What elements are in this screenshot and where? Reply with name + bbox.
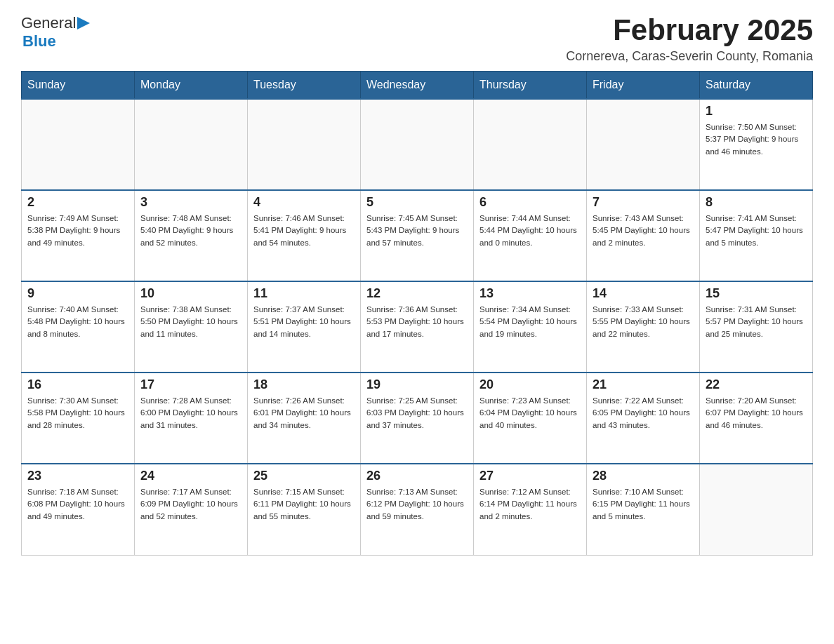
calendar-cell: 19Sunrise: 7:25 AM Sunset: 6:03 PM Dayli… — [361, 373, 474, 464]
calendar-week-row: 16Sunrise: 7:30 AM Sunset: 5:58 PM Dayli… — [22, 373, 813, 464]
calendar-cell: 13Sunrise: 7:34 AM Sunset: 5:54 PM Dayli… — [474, 281, 587, 373]
calendar-header-friday: Friday — [587, 72, 700, 100]
logo-general-text: General — [21, 14, 76, 32]
calendar-header-wednesday: Wednesday — [361, 72, 474, 100]
day-number: 8 — [706, 195, 807, 210]
day-info: Sunrise: 7:50 AM Sunset: 5:37 PM Dayligh… — [706, 121, 807, 158]
calendar-cell: 1Sunrise: 7:50 AM Sunset: 5:37 PM Daylig… — [700, 99, 813, 190]
day-number: 1 — [706, 104, 807, 119]
calendar-week-row: 9Sunrise: 7:40 AM Sunset: 5:48 PM Daylig… — [22, 281, 813, 373]
day-info: Sunrise: 7:46 AM Sunset: 5:41 PM Dayligh… — [253, 213, 355, 249]
day-number: 25 — [253, 469, 355, 483]
calendar-cell: 28Sunrise: 7:10 AM Sunset: 6:15 PM Dayli… — [587, 464, 700, 555]
day-number: 27 — [479, 469, 581, 483]
calendar-cell — [474, 99, 587, 190]
day-number: 6 — [479, 195, 581, 210]
calendar-cell: 14Sunrise: 7:33 AM Sunset: 5:55 PM Dayli… — [587, 281, 700, 373]
calendar-week-row: 23Sunrise: 7:18 AM Sunset: 6:08 PM Dayli… — [22, 464, 813, 555]
day-info: Sunrise: 7:12 AM Sunset: 6:14 PM Dayligh… — [479, 486, 581, 523]
day-number: 5 — [366, 195, 468, 210]
calendar-header-row: SundayMondayTuesdayWednesdayThursdayFrid… — [22, 72, 813, 100]
day-number: 22 — [706, 377, 807, 392]
day-number: 7 — [593, 195, 694, 210]
calendar-cell: 20Sunrise: 7:23 AM Sunset: 6:04 PM Dayli… — [474, 373, 587, 464]
month-title: February 2025 — [566, 14, 813, 46]
day-number: 18 — [253, 377, 355, 392]
page-header: General Blue February 2025 Cornereva, Ca… — [21, 14, 813, 64]
day-number: 11 — [253, 286, 355, 301]
day-info: Sunrise: 7:17 AM Sunset: 6:09 PM Dayligh… — [140, 486, 241, 523]
calendar-week-row: 2Sunrise: 7:49 AM Sunset: 5:38 PM Daylig… — [22, 190, 813, 281]
location-subtitle: Cornereva, Caras-Severin County, Romania — [566, 49, 813, 64]
day-info: Sunrise: 7:26 AM Sunset: 6:01 PM Dayligh… — [253, 395, 355, 431]
calendar-header-saturday: Saturday — [700, 72, 813, 100]
day-number: 20 — [479, 377, 581, 392]
svg-marker-0 — [77, 17, 90, 29]
day-number: 21 — [593, 377, 694, 392]
day-info: Sunrise: 7:38 AM Sunset: 5:50 PM Dayligh… — [140, 304, 241, 340]
day-info: Sunrise: 7:41 AM Sunset: 5:47 PM Dayligh… — [706, 213, 807, 249]
day-info: Sunrise: 7:34 AM Sunset: 5:54 PM Dayligh… — [479, 304, 581, 340]
calendar-cell: 15Sunrise: 7:31 AM Sunset: 5:57 PM Dayli… — [700, 281, 813, 373]
day-info: Sunrise: 7:22 AM Sunset: 6:05 PM Dayligh… — [593, 395, 694, 431]
day-number: 3 — [140, 195, 241, 210]
calendar-cell — [361, 99, 474, 190]
day-info: Sunrise: 7:18 AM Sunset: 6:08 PM Dayligh… — [27, 486, 128, 523]
calendar-header-monday: Monday — [135, 72, 248, 100]
calendar-cell — [135, 99, 248, 190]
day-number: 4 — [253, 195, 355, 210]
day-number: 23 — [27, 469, 128, 483]
calendar-cell: 4Sunrise: 7:46 AM Sunset: 5:41 PM Daylig… — [248, 190, 361, 281]
day-info: Sunrise: 7:37 AM Sunset: 5:51 PM Dayligh… — [253, 304, 355, 340]
calendar-cell: 6Sunrise: 7:44 AM Sunset: 5:44 PM Daylig… — [474, 190, 587, 281]
calendar-cell: 8Sunrise: 7:41 AM Sunset: 5:47 PM Daylig… — [700, 190, 813, 281]
day-info: Sunrise: 7:33 AM Sunset: 5:55 PM Dayligh… — [593, 304, 694, 340]
calendar-cell: 12Sunrise: 7:36 AM Sunset: 5:53 PM Dayli… — [361, 281, 474, 373]
calendar-cell: 5Sunrise: 7:45 AM Sunset: 5:43 PM Daylig… — [361, 190, 474, 281]
calendar-header-sunday: Sunday — [22, 72, 135, 100]
calendar-week-row: 1Sunrise: 7:50 AM Sunset: 5:37 PM Daylig… — [22, 99, 813, 190]
day-number: 26 — [366, 469, 468, 483]
calendar-cell: 26Sunrise: 7:13 AM Sunset: 6:12 PM Dayli… — [361, 464, 474, 555]
calendar-cell: 18Sunrise: 7:26 AM Sunset: 6:01 PM Dayli… — [248, 373, 361, 464]
day-info: Sunrise: 7:36 AM Sunset: 5:53 PM Dayligh… — [366, 304, 468, 340]
day-info: Sunrise: 7:44 AM Sunset: 5:44 PM Dayligh… — [479, 213, 581, 249]
calendar-cell: 3Sunrise: 7:48 AM Sunset: 5:40 PM Daylig… — [135, 190, 248, 281]
day-number: 19 — [366, 377, 468, 392]
day-info: Sunrise: 7:28 AM Sunset: 6:00 PM Dayligh… — [140, 395, 241, 431]
logo-blue-text: Blue — [22, 32, 56, 51]
day-number: 10 — [140, 286, 241, 301]
day-info: Sunrise: 7:31 AM Sunset: 5:57 PM Dayligh… — [706, 304, 807, 340]
calendar-header-tuesday: Tuesday — [248, 72, 361, 100]
day-info: Sunrise: 7:49 AM Sunset: 5:38 PM Dayligh… — [27, 213, 128, 249]
calendar-cell — [700, 464, 813, 555]
calendar-cell: 21Sunrise: 7:22 AM Sunset: 6:05 PM Dayli… — [587, 373, 700, 464]
day-number: 13 — [479, 286, 581, 301]
day-info: Sunrise: 7:40 AM Sunset: 5:48 PM Dayligh… — [27, 304, 128, 340]
day-number: 15 — [706, 286, 807, 301]
calendar-cell: 24Sunrise: 7:17 AM Sunset: 6:09 PM Dayli… — [135, 464, 248, 555]
day-info: Sunrise: 7:43 AM Sunset: 5:45 PM Dayligh… — [593, 213, 694, 249]
calendar-cell: 27Sunrise: 7:12 AM Sunset: 6:14 PM Dayli… — [474, 464, 587, 555]
day-number: 14 — [593, 286, 694, 301]
day-info: Sunrise: 7:30 AM Sunset: 5:58 PM Dayligh… — [27, 395, 128, 431]
calendar-cell: 11Sunrise: 7:37 AM Sunset: 5:51 PM Dayli… — [248, 281, 361, 373]
day-number: 28 — [593, 469, 694, 483]
day-number: 17 — [140, 377, 241, 392]
day-info: Sunrise: 7:10 AM Sunset: 6:15 PM Dayligh… — [593, 486, 694, 523]
logo-arrow-icon — [77, 15, 90, 31]
day-number: 12 — [366, 286, 468, 301]
calendar-cell: 7Sunrise: 7:43 AM Sunset: 5:45 PM Daylig… — [587, 190, 700, 281]
day-number: 16 — [27, 377, 128, 392]
day-info: Sunrise: 7:20 AM Sunset: 6:07 PM Dayligh… — [706, 395, 807, 431]
day-number: 9 — [27, 286, 128, 301]
calendar-cell: 2Sunrise: 7:49 AM Sunset: 5:38 PM Daylig… — [22, 190, 135, 281]
day-number: 2 — [27, 195, 128, 210]
day-info: Sunrise: 7:23 AM Sunset: 6:04 PM Dayligh… — [479, 395, 581, 431]
calendar-cell: 22Sunrise: 7:20 AM Sunset: 6:07 PM Dayli… — [700, 373, 813, 464]
day-info: Sunrise: 7:13 AM Sunset: 6:12 PM Dayligh… — [366, 486, 468, 523]
day-info: Sunrise: 7:15 AM Sunset: 6:11 PM Dayligh… — [253, 486, 355, 523]
day-info: Sunrise: 7:45 AM Sunset: 5:43 PM Dayligh… — [366, 213, 468, 249]
calendar-cell — [248, 99, 361, 190]
calendar-cell: 16Sunrise: 7:30 AM Sunset: 5:58 PM Dayli… — [22, 373, 135, 464]
